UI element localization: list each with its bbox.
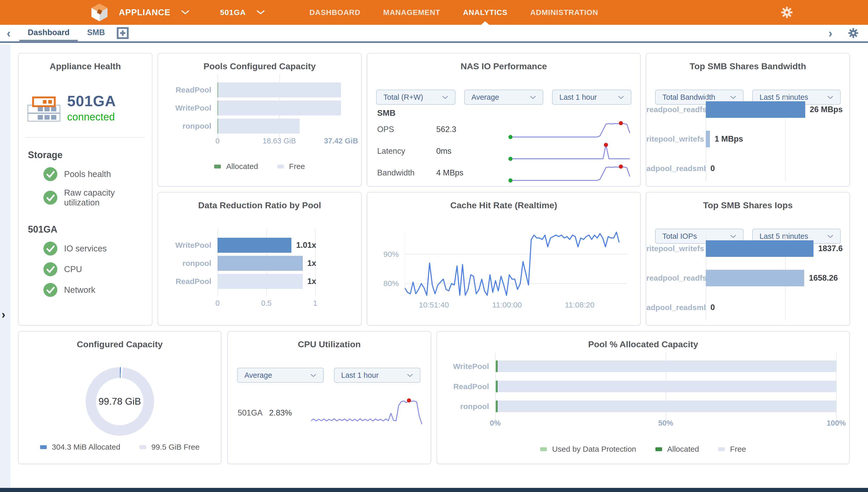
legend-item: Free — [277, 162, 305, 171]
panel-title: Configured Capacity — [19, 339, 221, 349]
axis-ticks: 018.63 GiB37.42 GiB — [218, 137, 341, 148]
panel-title: NAS IO Performance — [367, 61, 640, 71]
bar-segment — [706, 101, 805, 118]
bar-segment — [497, 400, 836, 412]
legend-item: Allocated — [214, 162, 258, 171]
panel-title: Cache Hit Rate (Realtime) — [367, 200, 640, 210]
metric-label: Bandwidth — [367, 168, 436, 177]
axis-ticks: 0%50%100% — [495, 419, 836, 430]
legend-swatch — [718, 447, 725, 451]
bar-category-label: readpool_readfs — [646, 270, 706, 286]
smb-iops-chart: ritepool_writefs1837.6readpool_readfs165… — [646, 193, 849, 325]
expand-rail-chevron-icon[interactable]: › — [2, 308, 5, 321]
bar-category-label: ronpool — [158, 119, 218, 133]
axis-ticks: 00.51 — [218, 299, 316, 310]
check-circle-icon — [43, 167, 57, 181]
chevron-down-icon[interactable] — [257, 10, 264, 15]
ops-sparkline-chart — [508, 119, 632, 140]
x-axis-tick-label: 10:51:40 — [419, 300, 449, 309]
check-circle-icon — [43, 283, 57, 297]
tabs-scroll-left-icon[interactable]: ‹ — [7, 25, 10, 41]
chart-rows: ReadPoolWritePoolronpool — [158, 82, 361, 133]
menu-item-dashboard[interactable]: DASHBOARD — [298, 0, 372, 25]
aggregation-dropdown[interactable]: Average — [237, 368, 324, 383]
bar-track: 0 — [706, 160, 843, 177]
menu-item-administration[interactable]: ADMINISTRATION — [519, 0, 610, 25]
bar-row: ronpool — [437, 400, 849, 412]
bar-track — [218, 119, 341, 133]
bar-category-label: readpool_readfs — [646, 101, 706, 118]
menu-item-analytics[interactable]: ANALYTICS — [452, 0, 519, 25]
bar-category-label: ReadPool — [158, 274, 218, 289]
appliance-selector[interactable]: 501GA — [220, 8, 246, 17]
axis-tick-label: 100% — [827, 419, 846, 427]
bar-row: ronpool — [158, 119, 361, 133]
y-axis-tick-label: 80% — [383, 279, 399, 288]
timerange-dropdown[interactable]: Last 1 hour — [552, 90, 631, 105]
chart-legend: AllocatedFree — [158, 162, 361, 171]
bar-value-label: 1837.6 — [818, 244, 843, 253]
brand-menu[interactable]: APPLIANCE — [119, 7, 171, 17]
bar-row: readpool_readfs26 MBps — [646, 101, 849, 118]
bar-track: 1 MBps — [706, 131, 843, 147]
chevron-down-icon[interactable] — [181, 10, 189, 15]
panel-pool-allocated-capacity: Pool % Allocated Capacity WritePoolReadP… — [437, 331, 850, 464]
bar-segment — [706, 270, 804, 286]
legend-swatch — [214, 165, 221, 169]
bar-track — [218, 82, 341, 97]
aggregation-dropdown[interactable]: Average — [464, 90, 543, 105]
bar-track — [495, 380, 836, 392]
chevron-down-icon — [530, 96, 536, 99]
panel-top-smb-shares-iops: Top SMB Shares Iops Total IOPs Last 5 mi… — [646, 192, 850, 326]
bar-row: ritepool_writefs1 MBps — [646, 131, 849, 147]
legend-label: 99.5 GiB Free — [151, 443, 200, 451]
metric-label: OPS — [367, 125, 436, 134]
menu-item-management[interactable]: MANAGEMENT — [372, 0, 452, 25]
panel-top-smb-shares-bandwidth: Top SMB Shares Bandwidth Total Bandwidth… — [646, 53, 850, 187]
tabs-scroll-right-icon[interactable]: › — [828, 25, 832, 41]
panel-cpu-utilization: CPU Utilization Average Last 1 hour 501G… — [227, 331, 431, 464]
bar-row: readpool_readfs1658.26 — [646, 270, 849, 286]
appliance-label: 501GA — [228, 408, 269, 418]
tab-smb[interactable]: SMB — [85, 25, 106, 41]
bar-segment — [497, 380, 836, 392]
x-axis-tick-label: 11:08:20 — [565, 300, 595, 309]
health-item-label: Raw capacity utilization — [64, 188, 152, 207]
legend-label: Allocated — [667, 445, 699, 453]
bar-segment — [218, 82, 341, 97]
main-menu: DASHBOARD MANAGEMENT ANALYTICS ADMINISTR… — [298, 0, 610, 25]
panel-nas-io-performance: NAS IO Performance Total (R+W) Average L… — [367, 53, 641, 187]
bar-track: 1.01x — [218, 238, 316, 253]
y-axis-tick-label: 90% — [383, 250, 399, 259]
panel-configured-capacity: Configured Capacity 99.78 GiB 304.3 MiB … — [18, 331, 222, 464]
axis-tick-label: 0 — [215, 137, 220, 145]
x-axis-tick-label: 11:00:00 — [492, 300, 522, 309]
health-item: Raw capacity utilization — [43, 188, 152, 207]
bar-category-label: WritePool — [158, 238, 218, 253]
timerange-dropdown[interactable]: Last 1 hour — [334, 368, 420, 383]
bar-track — [495, 361, 836, 372]
bar-track — [495, 400, 836, 412]
metric-dropdown[interactable]: Total (R+W) — [376, 90, 455, 105]
bar-category-label: ReadPool — [437, 380, 495, 392]
chart-rows: WritePool1.01xronpool1xReadPool1x — [158, 238, 361, 289]
divider — [25, 137, 145, 138]
bar-category-label: ritepool_writefs — [646, 240, 706, 257]
panel-cache-hit-rate: Cache Hit Rate (Realtime) 90%80%10:51:40… — [367, 192, 641, 326]
chart-rows: ritepool_writefs1837.6readpool_readfs165… — [646, 240, 849, 316]
chevron-down-icon — [618, 96, 624, 99]
gear-icon[interactable] — [781, 6, 793, 19]
bar-value-label: 1x — [307, 259, 316, 268]
cache-hit-line-chart — [405, 231, 627, 296]
metric-value: 4 MBps — [436, 168, 508, 177]
bar-track: 1658.26 — [706, 270, 843, 286]
bar-row: WritePool1.01x — [158, 238, 361, 253]
add-tab-icon[interactable] — [117, 27, 129, 39]
bar-row: ReadPool — [437, 380, 849, 392]
bar-category-label: WritePool — [158, 100, 218, 116]
bar-value-label: 0 — [710, 164, 715, 173]
tab-dashboard[interactable]: Dashboard — [26, 25, 71, 41]
protocol-group-label: SMB — [377, 108, 395, 118]
dashboard-settings-gear-icon[interactable] — [848, 28, 859, 39]
bar-track: 26 MBps — [706, 101, 843, 118]
